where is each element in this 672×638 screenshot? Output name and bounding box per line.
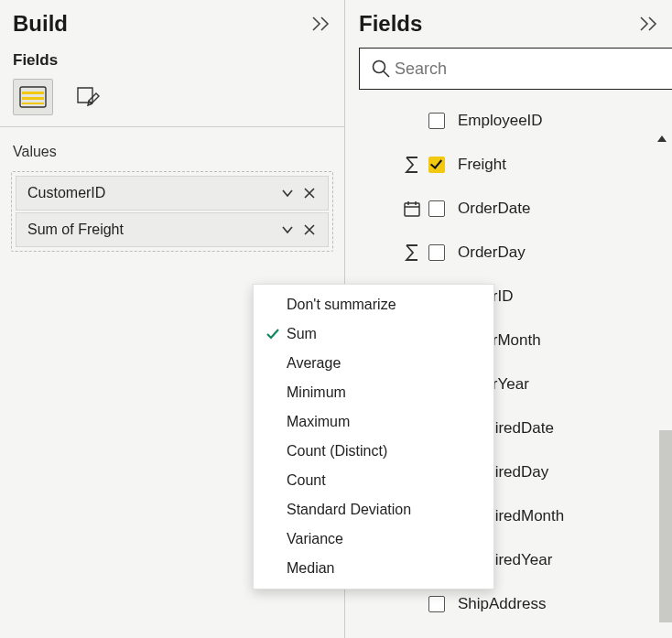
svg-rect-1	[22, 92, 44, 94]
values-well[interactable]: CustomerID Sum of Freight	[11, 171, 333, 252]
svg-rect-6	[405, 203, 419, 216]
field-checkbox[interactable]	[428, 113, 445, 129]
chevron-down-icon[interactable]	[276, 182, 298, 204]
menu-item-label: Maximum	[287, 414, 350, 430]
build-header: Build	[0, 0, 344, 42]
collapse-fields-icon[interactable]	[639, 16, 659, 32]
menu-item-label: Minimum	[287, 384, 346, 401]
scrollbar-thumb[interactable]	[659, 430, 672, 622]
sigma-icon	[396, 156, 428, 174]
values-label: Values	[0, 127, 344, 168]
search-box[interactable]	[359, 48, 672, 90]
menu-item-label: Don't summarize	[287, 297, 396, 313]
svg-point-4	[374, 61, 385, 73]
check-icon	[265, 326, 287, 342]
menu-item-label: Standard Deviation	[287, 502, 411, 518]
menu-item[interactable]: Count (Distinct)	[254, 437, 493, 466]
field-label: OrderDay	[458, 243, 526, 262]
build-title: Build	[13, 11, 68, 37]
svg-rect-2	[22, 97, 44, 100]
menu-item[interactable]: Average	[254, 349, 493, 378]
fields-header: Fields	[346, 0, 672, 42]
field-checkbox[interactable]	[428, 244, 445, 261]
menu-item-label: Count (Distinct)	[287, 443, 387, 460]
menu-item-label: Sum	[287, 326, 317, 342]
menu-item-label: Count	[287, 472, 326, 489]
build-toolbar	[0, 75, 344, 127]
field-row[interactable]: EmployeeID	[346, 99, 672, 143]
menu-item[interactable]: Median	[254, 554, 493, 583]
search-input[interactable]	[395, 59, 672, 79]
menu-item[interactable]: Variance	[254, 524, 493, 554]
field-row[interactable]: OrderDate	[346, 187, 672, 231]
remove-chip-icon[interactable]	[298, 182, 320, 204]
value-chip[interactable]: Sum of Freight	[16, 212, 329, 247]
field-label: OrderDate	[458, 200, 530, 218]
field-row[interactable]: OrderDay	[346, 231, 672, 275]
sketch-visual-button[interactable]	[68, 79, 108, 115]
menu-item[interactable]: Standard Deviation	[254, 495, 493, 524]
menu-item-label: Average	[287, 355, 341, 372]
menu-item-label: Variance	[287, 531, 343, 547]
menu-item-label: Median	[287, 560, 334, 577]
chevron-down-icon[interactable]	[276, 219, 298, 241]
field-row[interactable]: Freight	[346, 143, 672, 187]
menu-item[interactable]: Don't summarize	[254, 290, 493, 319]
calendar-icon	[396, 200, 428, 218]
svg-rect-3	[22, 103, 44, 104]
remove-chip-icon[interactable]	[298, 219, 320, 241]
search-icon	[371, 59, 395, 79]
fields-title: Fields	[359, 11, 422, 37]
value-chip-label: Sum of Freight	[24, 222, 276, 238]
field-label: ShipAddress	[458, 595, 546, 613]
menu-item[interactable]: Minimum	[254, 378, 493, 407]
value-chip[interactable]: CustomerID	[16, 176, 329, 211]
sigma-icon	[396, 243, 428, 262]
field-checkbox[interactable]	[428, 596, 445, 612]
table-visual-button[interactable]	[13, 79, 53, 115]
field-checkbox[interactable]	[428, 157, 445, 173]
menu-item[interactable]: Maximum	[254, 407, 493, 437]
collapse-build-icon[interactable]	[311, 16, 331, 32]
menu-item[interactable]: Count	[254, 466, 493, 495]
aggregation-menu: Don't summarizeSumAverageMinimumMaximumC…	[253, 284, 494, 589]
svg-line-5	[384, 71, 389, 77]
field-label: EmployeeID	[458, 112, 543, 130]
field-label: Freight	[458, 156, 506, 174]
value-chip-label: CustomerID	[24, 185, 276, 201]
build-fields-label: Fields	[0, 42, 344, 75]
field-checkbox[interactable]	[428, 200, 445, 217]
menu-item[interactable]: Sum	[254, 319, 493, 349]
